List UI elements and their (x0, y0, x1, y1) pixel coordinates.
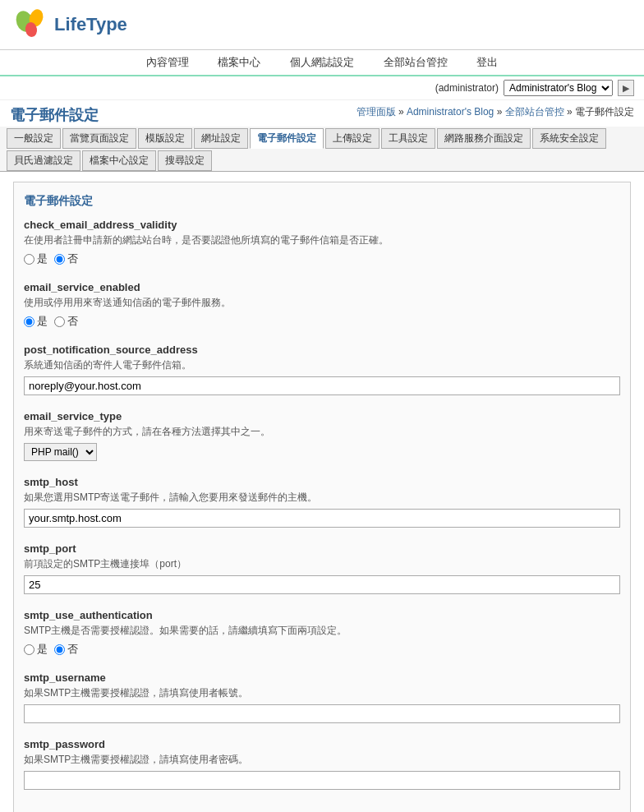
setting-email-service-enabled: email_service_enabled 使用或停用用來寄送通知信函的電子郵件… (24, 281, 620, 329)
section-title: 電子郵件設定 (24, 194, 620, 209)
tab-search[interactable]: 搜尋設定 (158, 150, 212, 171)
setting-smtp-host: smtp_host 如果您選用SMTP寄送電子郵件，請輸入您要用來發送郵件的主機… (24, 476, 620, 528)
nav-personal[interactable]: 個人網誌設定 (290, 56, 354, 68)
tab-filecenter[interactable]: 檔案中心設定 (82, 150, 156, 171)
radio-check-email-no[interactable]: 否 (54, 251, 78, 266)
setting-smtp-port: smtp_port 前項設定的SMTP主機連接埠（port） (24, 542, 620, 594)
main-content: 電子郵件設定 check_email_address_validity 在使用者… (0, 172, 644, 812)
tab-template[interactable]: 模版設定 (138, 128, 192, 149)
tab-url[interactable]: 網址設定 (194, 128, 248, 149)
page-title: 電子郵件設定 (10, 105, 99, 125)
header: LifeType (0, 0, 644, 50)
email-type-select[interactable]: PHP mail() (24, 443, 97, 461)
smtp-host-input[interactable] (24, 509, 620, 528)
logo-area: LifeType (13, 7, 127, 43)
smtp-port-input[interactable] (24, 575, 620, 594)
breadcrumb-admin[interactable]: 全部站台管控 (505, 106, 564, 118)
setting-smtp-username: smtp_username 如果SMTP主機需要授權認證，請填寫使用者帳號。 (24, 671, 620, 723)
tab-email[interactable]: 電子郵件設定 (250, 128, 324, 149)
top-nav: 內容管理 檔案中心 個人網誌設定 全部站台管控 登出 (0, 50, 644, 76)
tab-security[interactable]: 系統安全設定 (532, 128, 606, 149)
tab-browsing[interactable]: 當覽頁面設定 (62, 128, 136, 149)
go-button[interactable]: ▶ (618, 80, 634, 96)
logo-text: LifeType (54, 14, 127, 35)
tab-webservice[interactable]: 網路服務介面設定 (437, 128, 531, 149)
smtp-username-input[interactable] (24, 704, 620, 723)
source-address-input[interactable] (24, 376, 620, 395)
setting-smtp-password: smtp_password 如果SMTP主機需要授權認證，請填寫使用者密碼。 (24, 738, 620, 790)
breadcrumb-home[interactable]: 管理面版 (356, 106, 396, 118)
lifetype-logo (13, 7, 49, 43)
radio-smtp-auth-yes[interactable]: 是 (24, 642, 48, 657)
nav-logout[interactable]: 登出 (476, 56, 498, 68)
tab-bar: 一般設定 當覽頁面設定 模版設定 網址設定 電子郵件設定 上傳設定 工具設定 網… (0, 127, 644, 172)
setting-email-type: email_service_type 用來寄送電子郵件的方式，請在各種方法選擇其… (24, 410, 620, 461)
tab-upload[interactable]: 上傳設定 (325, 128, 380, 149)
tab-general[interactable]: 一般設定 (7, 128, 61, 149)
breadcrumb-blog[interactable]: Administrator's Blog (407, 106, 494, 118)
settings-box: 電子郵件設定 check_email_address_validity 在使用者… (13, 182, 631, 812)
page-title-area: 電子郵件設定 管理面版 » Administrator's Blog » 全部站… (0, 100, 644, 127)
nav-files[interactable]: 檔案中心 (218, 56, 260, 68)
tab-bayesian[interactable]: 貝氏過濾設定 (7, 150, 80, 171)
setting-smtp-auth: smtp_use_authentication SMTP主機是否需要授權認證。如… (24, 609, 620, 657)
setting-check-email-validity: check_email_address_validity 在使用者註冊申請新的網… (24, 219, 620, 266)
nav-admin[interactable]: 全部站台管控 (384, 56, 448, 68)
radio-smtp-auth-no[interactable]: 否 (54, 642, 78, 657)
breadcrumb: 管理面版 » Administrator's Blog » 全部站台管控 » 電… (356, 105, 634, 119)
setting-source-address: post_notification_source_address 系統通知信函的… (24, 344, 620, 395)
nav-content[interactable]: 內容管理 (146, 56, 189, 68)
radio-service-yes[interactable]: 是 (24, 314, 48, 329)
user-label: (administrator) (435, 82, 499, 94)
smtp-password-input[interactable] (24, 771, 620, 790)
radio-check-email-yes[interactable]: 是 (24, 251, 48, 266)
breadcrumb-current: 電子郵件設定 (575, 106, 634, 118)
blog-select[interactable]: Administrator's Blog (504, 80, 613, 96)
tab-tools[interactable]: 工具設定 (381, 128, 435, 149)
radio-service-no[interactable]: 否 (54, 314, 78, 329)
user-bar: (administrator) Administrator's Blog ▶ (0, 76, 644, 100)
